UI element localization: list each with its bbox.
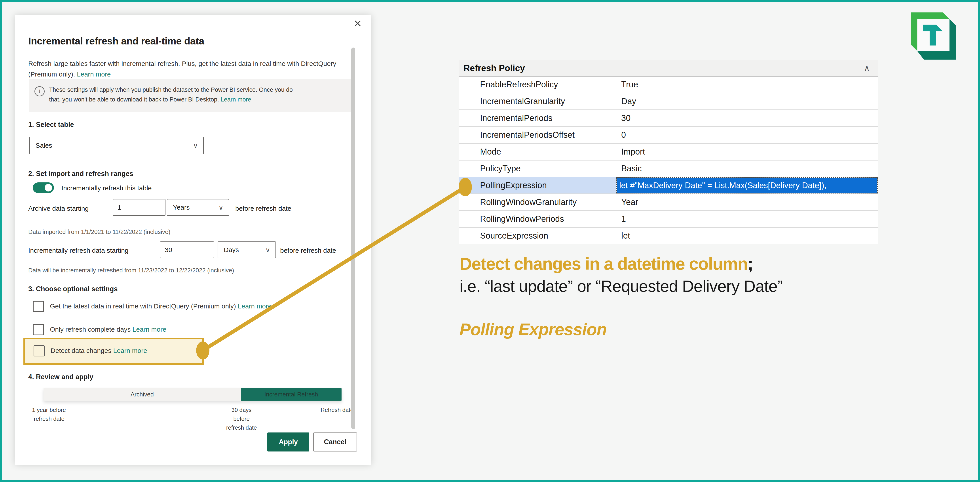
table-row[interactable]: IncrementalPeriodsOffset0	[459, 127, 878, 144]
info-line-1: These settings will apply when you publi…	[49, 85, 293, 95]
table-row[interactable]: RollingWindowGranularityYear	[459, 194, 878, 211]
chevron-down-icon: ∨	[265, 246, 270, 254]
directquery-label: Get the latest data in real time with Di…	[50, 302, 236, 310]
incremental-unit-value: Days	[218, 246, 239, 254]
incremental-value: 30	[161, 246, 172, 254]
archive-value: 1	[113, 204, 121, 211]
archive-suffix-label: before refresh date	[235, 205, 291, 212]
table-row[interactable]: IncrementalGranularityDay	[459, 93, 878, 110]
refresh-timeline-bar: Archived Incremental Refresh	[43, 388, 342, 401]
timeline-marker-3: Refresh date	[316, 405, 353, 414]
logo-t-stem	[930, 31, 936, 46]
toggle-knob	[45, 184, 52, 192]
incremental-refresh-toggle[interactable]	[33, 182, 54, 193]
table-row[interactable]: IncrementalPeriods30	[459, 110, 878, 127]
step2-label: 2. Set import and refresh ranges	[28, 170, 133, 178]
imported-range-note: Data imported from 1/1/2021 to 11/22/202…	[28, 228, 170, 235]
dialog-title: Incremental refresh and real-time data	[28, 35, 204, 47]
step1-label: 1. Select table	[28, 121, 74, 129]
incremental-unit-dropdown[interactable]: Days ∨	[218, 241, 276, 258]
t-cube-logo	[910, 11, 957, 61]
incremental-refresh-dialog: × Incremental refresh and real-time data…	[15, 15, 371, 465]
detect-changes-learn-more-link[interactable]: Learn more	[113, 347, 147, 354]
table-row[interactable]: PolicyTypeBasic	[459, 161, 878, 177]
detect-changes-label: Detect data changes	[51, 347, 111, 354]
timeline-marker-1: 1 year before refresh date	[32, 405, 66, 423]
timeline-marker-2: 30 days before refresh date	[223, 405, 260, 432]
chevron-down-icon: ∨	[193, 142, 198, 150]
table-row[interactable]: ModeImport	[459, 144, 878, 161]
complete-days-label: Only refresh complete days	[50, 326, 130, 333]
toggle-label: Incrementally refresh this table	[61, 184, 152, 192]
cancel-button[interactable]: Cancel	[313, 433, 357, 452]
info-icon: i	[35, 86, 45, 96]
table-row[interactable]: EnableRefreshPolicyTrue	[459, 77, 878, 93]
info-banner-text: These settings will apply when you publi…	[49, 85, 293, 104]
archive-value-input[interactable]: 1	[113, 199, 165, 216]
directquery-learn-more-link[interactable]: Learn more	[238, 302, 272, 310]
info-line-2: that, you won't be able to download it b…	[49, 96, 221, 103]
polling-expression-annotation: Polling Expression	[460, 320, 607, 339]
directquery-checkbox[interactable]	[33, 301, 44, 312]
timeline-archived-segment: Archived	[43, 388, 241, 401]
property-grid-title: Refresh Policy	[459, 63, 525, 73]
incremental-starting-label: Incrementally refresh data starting	[28, 247, 129, 254]
complete-days-learn-more-link[interactable]: Learn more	[132, 326, 166, 333]
chevron-up-icon[interactable]: ∧	[864, 64, 870, 73]
incremental-value-input[interactable]: 30	[160, 241, 214, 258]
archive-starting-label: Archive data starting	[28, 205, 89, 212]
polling-expression-value[interactable]: let #"MaxDelivery Date" = List.Max(Sales…	[617, 178, 877, 193]
description-learn-more-link[interactable]: Learn more	[77, 70, 111, 78]
table-row[interactable]: SourceExpressionlet	[459, 228, 878, 244]
refresh-policy-property-grid: Refresh Policy ∧ EnableRefreshPolicyTrue…	[459, 60, 878, 244]
close-icon[interactable]: ×	[354, 17, 361, 30]
property-grid-header[interactable]: Refresh Policy ∧	[459, 60, 878, 77]
chevron-down-icon: ∨	[218, 204, 223, 211]
apply-button[interactable]: Apply	[267, 433, 309, 452]
detect-changes-checkbox[interactable]	[33, 345, 45, 356]
description-text: Refresh large tables faster with increme…	[28, 60, 336, 78]
table-row-polling-expression[interactable]: PollingExpression let #"MaxDelivery Date…	[459, 177, 878, 194]
table-row[interactable]: RollingWindowPeriods1	[459, 211, 878, 228]
annotation-heading: Detect changes in a datetime column;	[460, 254, 753, 274]
archive-unit-dropdown[interactable]: Years ∨	[167, 199, 229, 216]
info-banner: i These settings will apply when you pub…	[29, 79, 351, 112]
step4-label: 4. Review and apply	[28, 373, 94, 381]
table-select-value: Sales	[30, 142, 52, 149]
refresh-range-note: Data will be incrementally refreshed fro…	[28, 267, 234, 274]
timeline-incremental-segment: Incremental Refresh	[241, 388, 342, 401]
complete-days-checkbox[interactable]	[33, 324, 44, 335]
dialog-description: Refresh large tables faster with increme…	[28, 58, 348, 80]
table-select-dropdown[interactable]: Sales ∨	[29, 137, 204, 154]
info-learn-more-link[interactable]: Learn more	[221, 96, 251, 103]
step3-label: 3. Choose optional settings	[28, 285, 118, 293]
dialog-scrollbar[interactable]	[351, 48, 355, 429]
annotation-subheading: i.e. “last update” or “Requested Deliver…	[460, 277, 783, 295]
incremental-suffix-label: before refresh date	[280, 247, 336, 254]
archive-unit-value: Years	[167, 204, 190, 211]
